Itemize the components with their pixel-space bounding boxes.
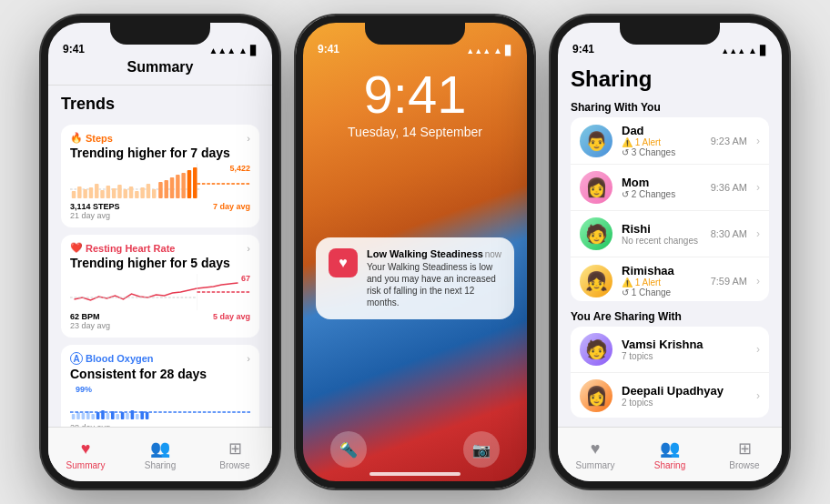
svg-rect-18 xyxy=(165,180,169,198)
svg-rect-12 xyxy=(135,191,139,198)
sharing-icon-3: 👥 xyxy=(660,438,680,459)
notif-header: Low Walking Steadiness now xyxy=(367,248,501,259)
heart-label: ❤️ Resting Heart Rate xyxy=(70,242,175,254)
dad-name: Dad xyxy=(622,124,702,137)
trends-section-title: Trends xyxy=(61,95,259,114)
svg-rect-8 xyxy=(112,188,116,198)
you-are-sharing-card: 🧑 Vamsi Krishna 7 topics › 👩 Deepali Upa… xyxy=(571,327,769,418)
sharing-label-1: Sharing xyxy=(145,460,176,470)
oxygen-card[interactable]: A Blood Oxygen › Consistent for 28 days … xyxy=(61,345,259,427)
oxygen-header: A Blood Oxygen › xyxy=(70,352,250,365)
notch-3 xyxy=(620,23,720,45)
sharing-row-vamsi[interactable]: 🧑 Vamsi Krishna 7 topics › xyxy=(571,327,769,373)
steps-avg-labels: 3,114 STEPS 21 day avg 7 day avg xyxy=(70,202,250,220)
svg-rect-19 xyxy=(170,177,175,198)
oxygen-icon: A xyxy=(70,352,83,365)
svg-rect-7 xyxy=(106,186,111,198)
wifi-icon-2: ▲ xyxy=(493,45,502,55)
heart-card[interactable]: ❤️ Resting Heart Rate › Trending higher … xyxy=(61,235,259,338)
browse-icon-1: ⊞ xyxy=(228,438,242,459)
svg-rect-14 xyxy=(147,184,151,198)
notch-2 xyxy=(365,23,465,45)
notif-content: Low Walking Steadiness now Your Walking … xyxy=(367,248,501,308)
svg-rect-32 xyxy=(91,414,95,419)
deepali-info: Deepali Upadhyay 2 topics xyxy=(622,384,747,408)
tab-sharing-1[interactable]: 👥 Sharing xyxy=(123,438,197,470)
camera-button[interactable]: 📷 xyxy=(463,431,500,468)
steps-chevron: › xyxy=(247,133,250,144)
sharing-row-rishi[interactable]: 🧑 Rishi No recent changes 8:30 AM › xyxy=(571,211,769,257)
sharing-row-mom[interactable]: 👩 Mom ↺ 2 Changes 9:36 AM › xyxy=(571,165,769,211)
rishi-info: Rishi No recent changes xyxy=(622,222,702,246)
steps-icon: 🔥 xyxy=(70,132,83,144)
svg-rect-9 xyxy=(117,185,122,198)
dad-time: 9:23 AM xyxy=(711,136,747,146)
avatar-dad: 👨 xyxy=(580,125,612,157)
signal-icon: ▲▲▲ xyxy=(208,45,236,55)
sharing-with-you-card: 👨 Dad ⚠️ 1 Alert ↺ 3 Changes 9:23 AM › 👩 xyxy=(571,117,769,301)
sharing-row-rimishaa[interactable]: 👧 Rimishaa ⚠️ 1 Alert ↺ 1 Change 7:59 AM… xyxy=(571,257,769,301)
camera-icon: 📷 xyxy=(472,441,491,459)
tab-summary-1[interactable]: ♥ Summary xyxy=(48,439,123,470)
rimishaa-chevron: › xyxy=(756,275,760,287)
steps-card[interactable]: 🔥 Steps › Trending higher for 7 days 5,4… xyxy=(61,125,259,227)
phone-summary: 9:41 ▲▲▲ ▲ ▊ Summary Trends 🔥 Steps › Tr… xyxy=(41,15,279,489)
svg-rect-13 xyxy=(140,187,145,198)
heart-peak: 67 xyxy=(241,274,250,283)
oxygen-peak: 99% xyxy=(76,385,250,394)
sharing-row-deepali[interactable]: 👩 Deepali Upadhyay 2 topics › xyxy=(571,373,769,418)
dad-changes: ↺ 3 Changes xyxy=(622,147,702,157)
avatar-rimishaa: 👧 xyxy=(580,265,612,297)
heart-left-avg: 62 BPM 23 day avg xyxy=(70,312,110,330)
tab-sharing-3[interactable]: 👥 Sharing xyxy=(633,438,707,470)
rimishaa-name: Rimishaa xyxy=(622,264,702,277)
svg-rect-6 xyxy=(100,190,105,198)
vamsi-sub: 7 topics xyxy=(622,351,747,361)
phone-sharing: 9:41 ▲▲▲ ▲ ▊ Sharing Sharing With You 👨 … xyxy=(551,15,789,489)
rishi-sub: No recent changes xyxy=(622,236,702,246)
dad-sub: ⚠️ 1 Alert xyxy=(622,137,702,147)
tab-browse-3[interactable]: ⊞ Browse xyxy=(707,438,782,470)
dad-alert: ⚠️ 1 Alert xyxy=(622,137,661,147)
avatar-mom: 👩 xyxy=(580,171,612,204)
deepali-chevron: › xyxy=(756,389,760,402)
avatar-rishi: 🧑 xyxy=(580,217,612,250)
flashlight-button[interactable]: 🔦 xyxy=(330,431,367,468)
oxygen-desc: Consistent for 28 days xyxy=(70,367,250,381)
sharing-row-dad[interactable]: 👨 Dad ⚠️ 1 Alert ↺ 3 Changes 9:23 AM › xyxy=(571,117,769,165)
summary-icon-3: ♥ xyxy=(591,439,601,459)
notif-time: now xyxy=(485,249,501,259)
deepali-name: Deepali Upadhyay xyxy=(622,384,747,398)
browse-label-3: Browse xyxy=(729,460,759,470)
lockscreen-notification-area: ♥ Low Walking Steadiness now Your Walkin… xyxy=(303,139,527,418)
notification-card: ♥ Low Walking Steadiness now Your Walkin… xyxy=(316,237,514,319)
rimishaa-alert: ⚠️ 1 Alert xyxy=(622,277,702,287)
svg-rect-28 xyxy=(72,414,76,419)
browse-icon-3: ⊞ xyxy=(738,438,752,459)
svg-rect-20 xyxy=(176,175,180,198)
svg-rect-15 xyxy=(152,189,157,198)
status-icons-2: ▲▲▲ ▲ ▊ xyxy=(466,45,512,55)
mom-info: Mom ↺ 2 Changes xyxy=(622,176,702,199)
wifi-icon: ▲ xyxy=(238,45,248,55)
summary-icon: ♥ xyxy=(81,439,91,459)
avatar-deepali: 👩 xyxy=(580,379,612,412)
lockscreen-date: Tuesday, 14 September xyxy=(303,125,527,139)
notif-body: Your Walking Steadiness is low and you m… xyxy=(367,261,501,308)
rimishaa-info: Rimishaa ⚠️ 1 Alert ↺ 1 Change xyxy=(622,264,702,297)
tab-browse-1[interactable]: ⊞ Browse xyxy=(197,438,272,470)
rishi-chevron: › xyxy=(756,227,760,240)
signal-icon-2: ▲▲▲ xyxy=(466,46,491,55)
mom-name: Mom xyxy=(622,176,702,189)
tab-bar-1: ♥ Summary 👥 Sharing ⊞ Browse xyxy=(48,427,272,481)
summary-content: Trends 🔥 Steps › Trending higher for 7 d… xyxy=(48,86,272,427)
sharing-with-you-title: Sharing With You xyxy=(571,101,769,114)
svg-rect-30 xyxy=(82,413,86,419)
battery-icon-3: ▊ xyxy=(760,45,767,55)
sharing-content: Sharing Sharing With You 👨 Dad ⚠️ 1 Aler… xyxy=(558,59,782,427)
dad-chevron: › xyxy=(756,135,760,147)
svg-rect-5 xyxy=(95,184,99,198)
tab-summary-3[interactable]: ♥ Summary xyxy=(558,439,633,470)
oxygen-graph: 99% xyxy=(70,385,250,421)
you-are-sharing-title: You Are Sharing With xyxy=(571,310,769,323)
